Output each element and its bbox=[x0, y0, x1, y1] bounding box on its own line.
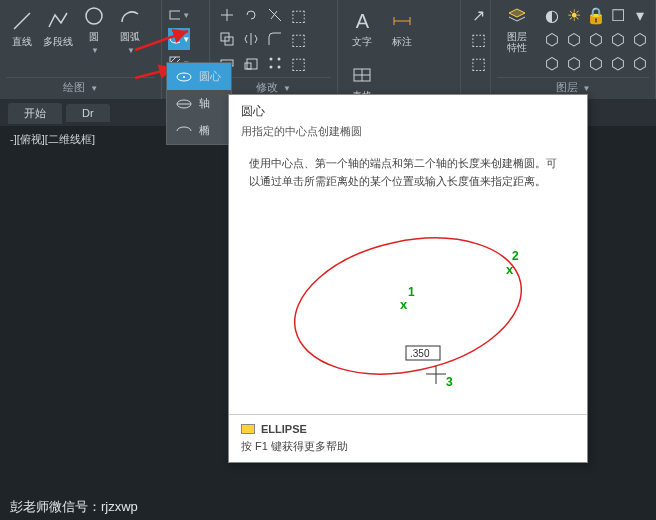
tooltip-body: 使用中心点、第一个轴的端点和第二个轴的长度来创建椭圆。可以通过单击所需距离处的某… bbox=[229, 147, 587, 198]
layer-tool-7[interactable]: ⬡ bbox=[563, 28, 585, 50]
fillet-tool[interactable] bbox=[264, 28, 286, 50]
line-icon bbox=[10, 9, 34, 33]
panel-layers: 图层 特性 ◐ ☀ 🔒 ☐ ▾ ⬡ ⬡ ⬡ ⬡ ⬡ ⬡ ⬡ ⬡ ⬡ ⬡ 图层 ▼ bbox=[491, 0, 656, 99]
menu-label: 圆心 bbox=[199, 69, 221, 84]
chevron-down-icon: ▼ bbox=[91, 46, 99, 55]
tool-b[interactable]: ⬚ bbox=[288, 28, 310, 50]
menu-label: 椭 bbox=[199, 123, 210, 138]
diagram-pt1: 1 bbox=[408, 285, 415, 299]
menu-item-ellipse[interactable]: 椭 bbox=[167, 117, 231, 144]
svg-point-3 bbox=[170, 35, 180, 43]
svg-rect-10 bbox=[245, 63, 251, 69]
ellipse-arc-icon bbox=[175, 124, 193, 138]
tooltip-help: 按 F1 键获得更多帮助 bbox=[241, 439, 575, 454]
panel-draw: 直线 多段线 圆 ▼ 圆弧 ▼ 绘图 ▼ bbox=[0, 0, 162, 99]
layer-tool-3[interactable]: 🔒 bbox=[585, 4, 607, 26]
diagram-x1: x bbox=[400, 297, 408, 312]
scale-tool[interactable] bbox=[240, 52, 262, 74]
circle-label: 圆 bbox=[89, 30, 99, 44]
arc-icon bbox=[118, 4, 142, 28]
leader-tool[interactable]: ↗ bbox=[467, 4, 489, 26]
layer-props-label: 图层 特性 bbox=[507, 31, 527, 53]
svg-point-13 bbox=[277, 58, 280, 61]
layer-tool-8[interactable]: ⬡ bbox=[585, 28, 607, 50]
text-icon: A bbox=[350, 9, 374, 33]
panel-draw-title[interactable]: 绘图 ▼ bbox=[6, 77, 155, 95]
diagram-x2: x bbox=[506, 262, 514, 277]
text-tool[interactable]: A 文字 bbox=[344, 4, 380, 54]
tooltip-subtitle: 用指定的中心点创建椭圆 bbox=[229, 124, 587, 147]
circle-icon bbox=[82, 4, 106, 28]
command-icon bbox=[241, 424, 255, 434]
layers-icon bbox=[505, 5, 529, 29]
tool-d[interactable]: ⬚ bbox=[467, 28, 489, 50]
arc-tool[interactable]: 圆弧 ▼ bbox=[114, 4, 146, 54]
ellipse-dropdown: 圆心 轴 椭 bbox=[166, 62, 232, 145]
svg-point-28 bbox=[282, 219, 534, 394]
footer-text: 彭老师微信号：rjzxwp bbox=[10, 498, 138, 516]
layer-tool-13[interactable]: ⬡ bbox=[585, 52, 607, 74]
circle-tool[interactable]: 圆 ▼ bbox=[78, 4, 110, 54]
trim-tool[interactable] bbox=[264, 4, 286, 26]
tooltip-footer: ELLIPSE 按 F1 键获得更多帮助 bbox=[229, 414, 587, 462]
ellipse-axis-icon bbox=[175, 97, 193, 111]
layer-tool-1[interactable]: ◐ bbox=[541, 4, 563, 26]
menu-item-center[interactable]: 圆心 bbox=[167, 63, 231, 90]
tool-c[interactable]: ⬚ bbox=[288, 52, 310, 74]
svg-point-12 bbox=[269, 58, 272, 61]
layer-tool-5[interactable]: ▾ bbox=[629, 4, 651, 26]
dim-icon bbox=[390, 9, 414, 33]
line-label: 直线 bbox=[12, 35, 32, 49]
rotate-tool[interactable] bbox=[240, 4, 262, 26]
move-tool[interactable] bbox=[216, 4, 238, 26]
panel-layers-title[interactable]: 图层 ▼ bbox=[497, 77, 649, 95]
dim-label: 标注 bbox=[392, 35, 412, 49]
array-tool[interactable] bbox=[264, 52, 286, 74]
layer-tool-2[interactable]: ☀ bbox=[563, 4, 585, 26]
diagram-value: .350 bbox=[410, 348, 430, 359]
ellipse-center-icon bbox=[175, 70, 193, 84]
tooltip-title: 圆心 bbox=[229, 95, 587, 124]
svg-point-15 bbox=[277, 66, 280, 69]
panel-annotate: A 文字 标注 表格 注释 ▼ bbox=[338, 0, 461, 99]
layer-tool-14[interactable]: ⬡ bbox=[607, 52, 629, 74]
layer-tool-9[interactable]: ⬡ bbox=[607, 28, 629, 50]
polyline-label: 多段线 bbox=[43, 35, 73, 49]
text-label: 文字 bbox=[352, 35, 372, 49]
ribbon: 直线 多段线 圆 ▼ 圆弧 ▼ 绘图 ▼ ▼ ▼ ▼ bbox=[0, 0, 656, 100]
layer-tool-10[interactable]: ⬡ bbox=[629, 28, 651, 50]
chevron-down-icon: ▼ bbox=[127, 46, 135, 55]
layer-tool-15[interactable]: ⬡ bbox=[629, 52, 651, 74]
tooltip-command: ELLIPSE bbox=[261, 423, 307, 435]
dim-tool[interactable]: 标注 bbox=[384, 4, 420, 54]
diagram-pt2: 2 bbox=[512, 249, 519, 263]
menu-label: 轴 bbox=[199, 96, 210, 111]
panel-annotate-extra: ↗ ⬚ ⬚ bbox=[461, 0, 491, 99]
tool-a[interactable]: ⬚ bbox=[288, 4, 310, 26]
menu-item-axis[interactable]: 轴 bbox=[167, 90, 231, 117]
layer-tool-11[interactable]: ⬡ bbox=[541, 52, 563, 74]
layer-tool-4[interactable]: ☐ bbox=[607, 4, 629, 26]
diagram-pt3: 3 bbox=[446, 375, 453, 389]
line-tool[interactable]: 直线 bbox=[6, 4, 38, 54]
rect-tool[interactable]: ▼ bbox=[168, 4, 190, 26]
layer-tool-6[interactable]: ⬡ bbox=[541, 28, 563, 50]
svg-point-14 bbox=[269, 66, 272, 69]
copy-tool[interactable] bbox=[216, 28, 238, 50]
tool-e[interactable]: ⬚ bbox=[467, 52, 489, 74]
tab-start[interactable]: 开始 bbox=[8, 103, 62, 124]
tooltip: 圆心 用指定的中心点创建椭圆 使用中心点、第一个轴的端点和第二个轴的长度来创建椭… bbox=[228, 94, 588, 463]
table-icon bbox=[350, 63, 374, 87]
svg-point-1 bbox=[86, 8, 102, 24]
mirror-tool[interactable] bbox=[240, 28, 262, 50]
polyline-icon bbox=[46, 9, 70, 33]
polyline-tool[interactable]: 多段线 bbox=[42, 4, 74, 54]
tooltip-diagram: x 1 x 2 3 .350 bbox=[248, 206, 568, 406]
panel-modify-title[interactable]: 修改 ▼ bbox=[216, 77, 332, 95]
svg-point-25 bbox=[183, 76, 185, 78]
svg-rect-2 bbox=[170, 11, 180, 19]
ellipse-tool[interactable]: ▼ bbox=[168, 28, 190, 50]
tab-drawing[interactable]: Dr bbox=[66, 104, 110, 122]
layer-props-tool[interactable]: 图层 特性 bbox=[497, 4, 537, 54]
layer-tool-12[interactable]: ⬡ bbox=[563, 52, 585, 74]
